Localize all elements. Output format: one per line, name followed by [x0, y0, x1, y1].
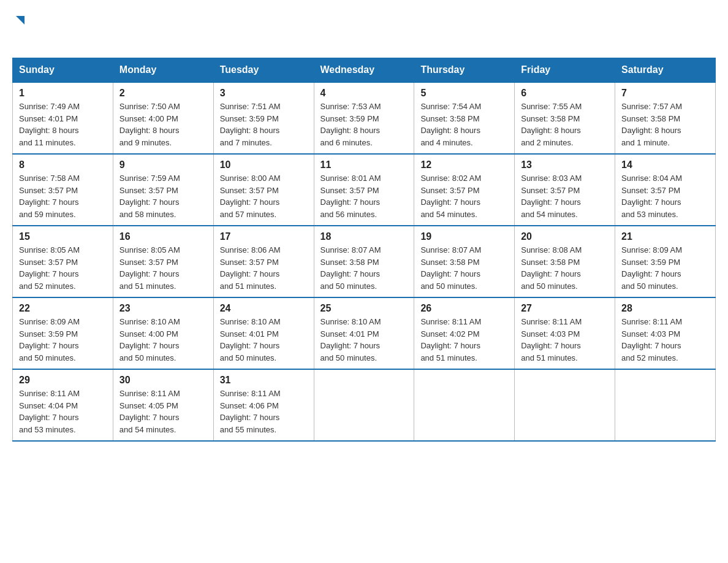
logo-triangle-icon [13, 13, 27, 27]
weekday-header-monday: Monday [113, 58, 213, 83]
day-info: Sunrise: 8:08 AMSunset: 3:58 PMDaylight:… [521, 245, 582, 291]
day-number: 11 [320, 159, 408, 170]
day-number: 18 [320, 231, 408, 242]
day-number: 10 [220, 159, 308, 170]
calendar-cell: 9Sunrise: 7:59 AMSunset: 3:57 PMDaylight… [113, 154, 213, 226]
day-info: Sunrise: 8:05 AMSunset: 3:57 PMDaylight:… [119, 245, 180, 291]
day-info: Sunrise: 8:07 AMSunset: 3:58 PMDaylight:… [420, 245, 481, 291]
day-number: 20 [521, 231, 609, 242]
weekday-header-friday: Friday [515, 58, 615, 83]
calendar-cell: 27Sunrise: 8:11 AMSunset: 4:03 PMDayligh… [515, 297, 615, 369]
calendar-cell: 1Sunrise: 7:49 AMSunset: 4:01 PMDaylight… [13, 82, 113, 154]
day-info: Sunrise: 7:53 AMSunset: 3:59 PMDaylight:… [320, 102, 381, 147]
calendar-table: SundayMondayTuesdayWednesdayThursdayFrid… [12, 58, 716, 442]
day-info: Sunrise: 8:00 AMSunset: 3:57 PMDaylight:… [220, 174, 281, 219]
day-info: Sunrise: 8:02 AMSunset: 3:57 PMDaylight:… [420, 174, 481, 219]
calendar-cell: 29Sunrise: 8:11 AMSunset: 4:04 PMDayligh… [13, 369, 113, 441]
weekday-header-tuesday: Tuesday [213, 58, 314, 83]
day-info: Sunrise: 8:09 AMSunset: 3:59 PMDaylight:… [621, 245, 682, 291]
day-info: Sunrise: 7:49 AMSunset: 4:01 PMDaylight:… [19, 102, 80, 147]
calendar-cell: 26Sunrise: 8:11 AMSunset: 4:02 PMDayligh… [414, 297, 515, 369]
calendar-cell [414, 369, 515, 441]
day-info: Sunrise: 8:06 AMSunset: 3:57 PMDaylight:… [220, 245, 281, 291]
day-number: 24 [220, 303, 308, 314]
day-info: Sunrise: 8:11 AMSunset: 4:03 PMDaylight:… [521, 317, 582, 362]
day-info: Sunrise: 8:11 AMSunset: 4:03 PMDaylight:… [621, 317, 682, 362]
svg-marker-0 [16, 16, 25, 25]
calendar-cell: 7Sunrise: 7:57 AMSunset: 3:58 PMDaylight… [615, 82, 716, 154]
calendar-cell: 16Sunrise: 8:05 AMSunset: 3:57 PMDayligh… [113, 226, 213, 297]
day-number: 17 [220, 231, 308, 242]
day-number: 27 [521, 303, 609, 314]
day-number: 9 [119, 159, 207, 170]
day-info: Sunrise: 7:59 AMSunset: 3:57 PMDaylight:… [119, 174, 180, 219]
day-info: Sunrise: 7:55 AMSunset: 3:58 PMDaylight:… [521, 102, 582, 147]
calendar-cell: 17Sunrise: 8:06 AMSunset: 3:57 PMDayligh… [213, 226, 314, 297]
calendar-cell: 23Sunrise: 8:10 AMSunset: 4:00 PMDayligh… [113, 297, 213, 369]
calendar-week-row: 1Sunrise: 7:49 AMSunset: 4:01 PMDaylight… [13, 82, 716, 154]
day-info: Sunrise: 8:01 AMSunset: 3:57 PMDaylight:… [320, 174, 381, 219]
day-info: Sunrise: 7:54 AMSunset: 3:58 PMDaylight:… [420, 102, 481, 147]
day-number: 1 [19, 88, 107, 99]
day-info: Sunrise: 8:04 AMSunset: 3:57 PMDaylight:… [621, 174, 682, 219]
day-number: 13 [521, 159, 609, 170]
calendar-cell: 3Sunrise: 7:51 AMSunset: 3:59 PMDaylight… [213, 82, 314, 154]
day-info: Sunrise: 7:57 AMSunset: 3:58 PMDaylight:… [621, 102, 682, 147]
calendar-week-row: 8Sunrise: 7:58 AMSunset: 3:57 PMDaylight… [13, 154, 716, 226]
day-number: 29 [19, 375, 107, 386]
calendar-cell: 14Sunrise: 8:04 AMSunset: 3:57 PMDayligh… [615, 154, 716, 226]
day-info: Sunrise: 8:11 AMSunset: 4:06 PMDaylight:… [220, 389, 281, 434]
day-number: 15 [19, 231, 107, 242]
calendar-cell: 12Sunrise: 8:02 AMSunset: 3:57 PMDayligh… [414, 154, 515, 226]
calendar-cell: 6Sunrise: 7:55 AMSunset: 3:58 PMDaylight… [515, 82, 615, 154]
calendar-cell: 4Sunrise: 7:53 AMSunset: 3:59 PMDaylight… [314, 82, 414, 154]
logo-area [12, 12, 27, 47]
calendar-cell [615, 369, 716, 441]
day-number: 30 [119, 375, 207, 386]
calendar-cell [314, 369, 414, 441]
day-info: Sunrise: 8:09 AMSunset: 3:59 PMDaylight:… [19, 317, 80, 362]
calendar-cell: 13Sunrise: 8:03 AMSunset: 3:57 PMDayligh… [515, 154, 615, 226]
day-number: 7 [621, 88, 709, 99]
weekday-header-saturday: Saturday [615, 58, 716, 83]
calendar-week-row: 29Sunrise: 8:11 AMSunset: 4:04 PMDayligh… [13, 369, 716, 441]
calendar-cell: 2Sunrise: 7:50 AMSunset: 4:00 PMDaylight… [113, 82, 213, 154]
day-number: 23 [119, 303, 207, 314]
day-info: Sunrise: 7:50 AMSunset: 4:00 PMDaylight:… [119, 102, 180, 147]
calendar-cell: 5Sunrise: 7:54 AMSunset: 3:58 PMDaylight… [414, 82, 515, 154]
calendar-cell: 18Sunrise: 8:07 AMSunset: 3:58 PMDayligh… [314, 226, 414, 297]
day-number: 16 [119, 231, 207, 242]
calendar-cell: 28Sunrise: 8:11 AMSunset: 4:03 PMDayligh… [615, 297, 716, 369]
calendar-cell: 25Sunrise: 8:10 AMSunset: 4:01 PMDayligh… [314, 297, 414, 369]
day-number: 19 [420, 231, 508, 242]
calendar-week-row: 22Sunrise: 8:09 AMSunset: 3:59 PMDayligh… [13, 297, 716, 369]
day-info: Sunrise: 8:05 AMSunset: 3:57 PMDaylight:… [19, 245, 80, 291]
day-info: Sunrise: 8:10 AMSunset: 4:01 PMDaylight:… [320, 317, 381, 362]
calendar-cell: 8Sunrise: 7:58 AMSunset: 3:57 PMDaylight… [13, 154, 113, 226]
day-number: 2 [119, 88, 207, 99]
day-info: Sunrise: 8:11 AMSunset: 4:04 PMDaylight:… [19, 389, 80, 434]
day-info: Sunrise: 8:10 AMSunset: 4:00 PMDaylight:… [119, 317, 180, 362]
day-info: Sunrise: 7:51 AMSunset: 3:59 PMDaylight:… [220, 102, 281, 147]
weekday-header-thursday: Thursday [414, 58, 515, 83]
day-number: 3 [220, 88, 308, 99]
day-info: Sunrise: 8:03 AMSunset: 3:57 PMDaylight:… [521, 174, 582, 219]
calendar-cell: 22Sunrise: 8:09 AMSunset: 3:59 PMDayligh… [13, 297, 113, 369]
day-info: Sunrise: 7:58 AMSunset: 3:57 PMDaylight:… [19, 174, 80, 219]
day-info: Sunrise: 8:10 AMSunset: 4:01 PMDaylight:… [220, 317, 281, 362]
calendar-cell: 21Sunrise: 8:09 AMSunset: 3:59 PMDayligh… [615, 226, 716, 297]
day-number: 26 [420, 303, 508, 314]
calendar-cell: 15Sunrise: 8:05 AMSunset: 3:57 PMDayligh… [13, 226, 113, 297]
calendar-cell: 24Sunrise: 8:10 AMSunset: 4:01 PMDayligh… [213, 297, 314, 369]
day-number: 5 [420, 88, 508, 99]
day-number: 6 [521, 88, 609, 99]
calendar-cell: 20Sunrise: 8:08 AMSunset: 3:58 PMDayligh… [515, 226, 615, 297]
day-number: 8 [19, 159, 107, 170]
day-number: 25 [320, 303, 408, 314]
calendar-cell: 11Sunrise: 8:01 AMSunset: 3:57 PMDayligh… [314, 154, 414, 226]
calendar-cell [515, 369, 615, 441]
weekday-header-wednesday: Wednesday [314, 58, 414, 83]
day-number: 4 [320, 88, 408, 99]
day-number: 21 [621, 231, 709, 242]
day-number: 28 [621, 303, 709, 314]
